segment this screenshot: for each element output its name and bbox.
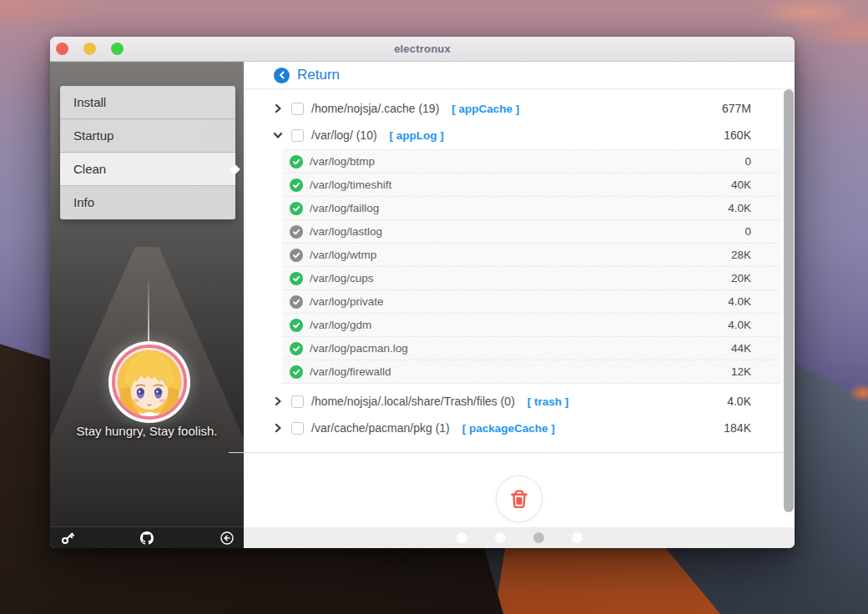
item-size: 4.0K [728,202,751,214]
window-title: electronux [50,43,795,55]
avatar-string [148,282,149,344]
chevron-right-icon[interactable] [272,422,284,434]
check-circle-disabled-icon[interactable] [290,295,303,309]
group-size: 4.0K [727,395,751,408]
group-checkbox[interactable] [291,129,304,142]
group-path: /var/log/ (10) [311,128,377,142]
group-size: 184K [724,421,751,435]
clean-trash-button[interactable] [496,476,542,522]
item-size: 0 [744,225,751,238]
group-path: /home/nojsja/.local/share/Trash/files (0… [311,395,515,408]
clean-item-row[interactable]: /var/log/timeshift40K [282,174,780,197]
arrow-left-circle-icon[interactable] [274,68,290,83]
item-size: 4.0K [728,295,751,308]
check-circle-icon[interactable] [290,202,303,215]
titlebar[interactable]: electronux [50,37,795,62]
clean-item-row[interactable]: /var/log/faillog4.0K [282,197,780,220]
exit-icon[interactable] [220,531,234,545]
group-checkbox[interactable] [291,103,304,115]
clean-item-row[interactable]: /var/log/wtmp28K [282,244,780,267]
check-circle-icon[interactable] [290,179,303,192]
return-button[interactable]: Return [297,67,340,83]
app-window: electronux InstallStartupCleanInfo [50,37,795,548]
item-path: /var/log/faillog [310,202,379,214]
sidebar: InstallStartupCleanInfo [50,62,244,548]
check-circle-icon[interactable] [290,342,303,355]
check-circle-icon[interactable] [290,319,303,332]
clean-sub-list: /var/log/btmp0/var/log/timeshift40K/var/… [282,149,780,384]
avatar[interactable] [108,341,190,423]
group-tag: [ appLog ] [390,129,444,142]
item-size: 20K [731,272,751,284]
item-size: 40K [731,179,751,191]
clean-group-row[interactable]: /home/nojsja/.cache (19)[ appCache ]677M [272,95,751,122]
avatar-ring [112,345,187,420]
item-path: /var/log/btmp [310,155,375,168]
item-path: /var/log/pacman.log [310,342,408,355]
sidebar-item-install[interactable]: Install [60,86,235,119]
clean-item-row[interactable]: /var/log/pacman.log44K [282,337,780,360]
group-path: /var/cache/pacman/pkg (1) [311,421,450,435]
avatar-image [115,348,184,416]
github-icon[interactable] [140,531,154,545]
chevron-right-icon[interactable] [272,103,284,114]
group-path: /home/nojsja/.cache (19) [311,102,439,115]
clean-item-row[interactable]: /var/log/cups20K [282,267,780,290]
clean-item-row[interactable]: /var/log/private4.0K [282,290,780,314]
check-circle-icon[interactable] [290,272,303,285]
group-checkbox[interactable] [291,395,304,408]
clean-group-row[interactable]: /var/cache/pacman/pkg (1)[ packageCache … [272,415,751,441]
clean-list: /home/nojsja/.cache (19)[ appCache ]677M… [244,89,795,441]
chevron-down-icon[interactable] [272,129,284,141]
check-circle-icon[interactable] [290,155,303,169]
group-tag: [ trash ] [527,395,569,408]
item-path: /var/log/wtmp [310,249,376,261]
item-path: /var/log/cups [310,272,374,284]
item-size: 44K [731,342,751,355]
clean-group-row[interactable]: /home/nojsja/.local/share/Trash/files (0… [272,388,751,415]
item-path: /var/log/lastlog [310,225,382,238]
clean-group-row[interactable]: /var/log/ (10)[ appLog ]160K [272,122,751,148]
group-tag: [ appCache ] [452,103,519,115]
clean-item-row[interactable]: /var/log/gdm4.0K [282,314,780,337]
trash-area [244,453,795,522]
sidebar-menu: InstallStartupCleanInfo [60,86,235,219]
group-size: 160K [724,128,751,142]
chevron-right-icon[interactable] [272,395,284,407]
key-icon[interactable] [60,531,74,545]
pager-dot[interactable] [533,532,544,543]
item-size: 12K [731,365,751,378]
sidebar-toolbar [50,526,244,548]
item-path: /var/log/gdm [310,319,371,331]
sidebar-item-info[interactable]: Info [60,186,235,219]
item-path: /var/log/timeshift [310,179,391,191]
pager-dot[interactable] [457,532,467,543]
check-circle-disabled-icon[interactable] [290,225,303,239]
clean-item-row[interactable]: /var/log/lastlog0 [282,220,780,244]
pager-dot[interactable] [495,532,506,543]
group-tag: [ packageCache ] [462,422,555,435]
item-size: 0 [744,155,751,168]
sidebar-item-startup[interactable]: Startup [60,119,235,153]
main-panel: Return /home/nojsja/.cache (19)[ appCach… [244,62,795,548]
group-size: 677M [722,102,751,115]
group-checkbox[interactable] [291,422,304,435]
check-circle-icon[interactable] [290,365,303,379]
clean-item-row[interactable]: /var/log/btmp0 [282,150,780,174]
pager [244,527,795,548]
sidebar-quote: Stay hungry, Stay foolish. [50,424,244,438]
scrollbar-thumb[interactable] [784,89,794,512]
check-circle-disabled-icon[interactable] [290,249,303,262]
return-header: Return [244,62,795,89]
item-size: 4.0K [728,319,751,331]
item-size: 28K [731,249,751,261]
clean-item-row[interactable]: /var/log/firewalld12K [282,360,780,384]
item-path: /var/log/firewalld [310,365,391,378]
item-path: /var/log/private [310,295,384,308]
pager-dot[interactable] [572,532,583,543]
trash-icon [507,487,531,511]
sidebar-item-clean[interactable]: Clean [60,153,235,186]
